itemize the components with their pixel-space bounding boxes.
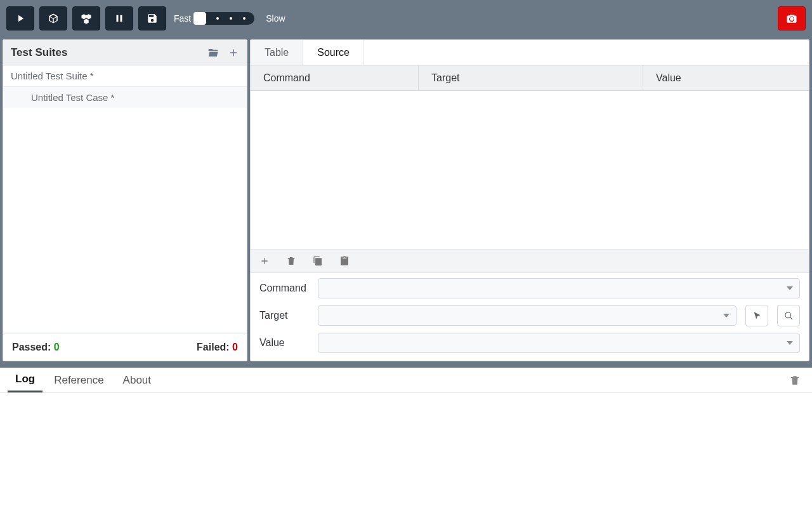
chevron-down-icon (787, 341, 793, 345)
value-label: Value (259, 337, 309, 349)
add-suite-icon[interactable] (228, 47, 239, 58)
target-row: Target (259, 305, 800, 326)
speed-slow-label: Slow (266, 13, 285, 23)
command-grid-header: Command Target Value (251, 65, 809, 91)
tab-log[interactable]: Log (8, 368, 43, 392)
value-select[interactable] (318, 333, 800, 353)
add-row-icon[interactable] (259, 256, 270, 266)
passed-label: Passed: 0 (12, 342, 60, 353)
play-button[interactable] (6, 6, 34, 30)
search-icon (784, 311, 794, 321)
bottom-panel: Log Reference About (0, 364, 812, 508)
command-label: Command (259, 283, 309, 294)
target-label: Target (259, 310, 309, 321)
pause-button[interactable] (105, 6, 133, 30)
save-icon (147, 13, 158, 24)
test-status-bar: Passed: 0 Failed: 0 (3, 333, 247, 361)
open-folder-icon[interactable] (207, 47, 219, 58)
test-case-item[interactable]: Untitled Test Case * (3, 86, 247, 108)
cubes-icon (81, 13, 92, 24)
top-toolbar: Fast Slow (0, 0, 812, 37)
col-command: Command (251, 65, 419, 90)
test-suites-panel: Test Suites Untitled Test Suite * Untitl… (3, 39, 247, 361)
play-all-button[interactable] (72, 6, 100, 30)
command-row: Command (259, 278, 800, 298)
workspace: Test Suites Untitled Test Suite * Untitl… (0, 37, 812, 364)
camera-icon (786, 13, 797, 24)
target-select[interactable] (318, 305, 737, 326)
speed-fast-label: Fast (174, 13, 191, 23)
command-grid-body[interactable] (251, 91, 809, 249)
speed-slider[interactable] (193, 12, 254, 25)
target-pick-button[interactable] (745, 305, 768, 326)
value-row: Value (259, 333, 800, 353)
paste-row-icon[interactable] (339, 256, 350, 266)
row-actions (251, 249, 809, 273)
cursor-icon (752, 311, 762, 321)
target-find-button[interactable] (777, 305, 800, 326)
chevron-down-icon (787, 286, 793, 290)
cube-icon (48, 13, 59, 24)
speed-thumb[interactable] (193, 12, 206, 25)
speed-control: Fast Slow (174, 12, 285, 25)
tab-about[interactable]: About (115, 368, 159, 392)
record-button[interactable] (778, 6, 806, 30)
command-select[interactable] (318, 278, 800, 298)
editor-tabs: Table Source (251, 40, 809, 65)
col-value: Value (643, 65, 809, 90)
command-form: Command Target Value (251, 273, 809, 361)
chevron-down-icon (723, 314, 730, 318)
test-suites-title: Test Suites (11, 46, 199, 59)
test-suite-item[interactable]: Untitled Test Suite * (3, 65, 247, 86)
tab-reference[interactable]: Reference (46, 368, 111, 392)
play-icon (15, 13, 26, 24)
test-suites-header: Test Suites (3, 40, 247, 65)
copy-row-icon[interactable] (313, 256, 323, 266)
passed-value: 0 (54, 342, 60, 352)
play-suite-button[interactable] (39, 6, 67, 30)
col-target: Target (419, 65, 643, 90)
tab-table[interactable]: Table (251, 40, 303, 65)
bottom-tabs: Log Reference About (0, 368, 812, 393)
failed-label: Failed: 0 (197, 342, 238, 353)
editor-panel: Table Source Command Target Value Comman… (250, 39, 809, 361)
pause-icon (114, 13, 125, 24)
tab-source[interactable]: Source (303, 40, 364, 65)
save-button[interactable] (138, 6, 166, 30)
failed-value: 0 (232, 342, 238, 352)
clear-log-icon[interactable] (789, 375, 801, 386)
delete-row-icon[interactable] (286, 256, 296, 266)
test-suites-tree: Untitled Test Suite * Untitled Test Case… (3, 65, 247, 333)
